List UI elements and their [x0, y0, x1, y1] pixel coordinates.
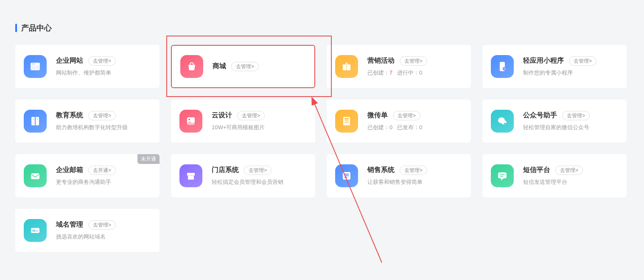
card-sms[interactable]: 短信平台 去管理> 短信发送管理平台 [482, 154, 627, 197]
card-edu[interactable]: 教育系统 去管理> 助力教培机构数字化转型升级 [15, 100, 160, 143]
svg-rect-27 [498, 172, 507, 178]
mail-icon [24, 164, 47, 187]
stat-running: 0 [419, 69, 422, 76]
svg-rect-6 [346, 63, 347, 64]
manage-button[interactable]: 去管理> [562, 111, 590, 121]
svg-rect-21 [31, 173, 39, 179]
manage-button[interactable]: 去管理> [231, 62, 259, 72]
website-icon [24, 55, 47, 78]
marketing-icon [335, 55, 358, 78]
store-icon [179, 164, 202, 187]
manage-button[interactable]: 去管理> [393, 111, 420, 121]
manage-button[interactable]: 去管理> [88, 56, 116, 66]
manage-button[interactable]: 去管理> [88, 220, 116, 230]
card-title: 微传单 [367, 111, 388, 120]
card-title: 商城 [213, 62, 226, 71]
card-desc: 轻松管理自家的微信公众号 [523, 124, 617, 131]
card-desc: 挑选喜欢的网站域名 [56, 233, 150, 241]
card-desc: 助力教培机构数字化转型升级 [56, 124, 150, 131]
card-desc: 更专业的商务沟通助手 [56, 178, 150, 186]
product-grid: 企业网站 去管理> 网站制作、维护都简单 商城 去管理> 营销活动 去管理> [0, 33, 644, 264]
manage-button[interactable]: 去管理> [400, 166, 427, 175]
mall-icon [180, 55, 203, 78]
card-title: 公众号助手 [523, 111, 557, 120]
manage-button[interactable]: 去管理> [237, 111, 265, 121]
wxhelper-icon [491, 110, 514, 133]
card-stats: 已创建：7 进行中：0 [367, 69, 462, 77]
manage-button[interactable]: 去管理> [555, 166, 583, 175]
page-title-text: 产品中心 [21, 23, 52, 33]
card-store[interactable]: 门店系统 去管理> 轻松搞定会员管理和会员营销 [171, 154, 315, 197]
manage-button[interactable]: 去管理> [400, 56, 427, 66]
card-desc: 制作您的专属小程序 [523, 69, 617, 77]
card-desc: 让获客和销售变得简单 [367, 178, 462, 186]
edu-icon [24, 110, 47, 133]
card-marketing[interactable]: 营销活动 去管理> 已创建：7 进行中：0 [327, 45, 471, 88]
card-desc: 网站制作、维护都简单 [56, 69, 150, 77]
stat-created: 7 [389, 69, 392, 76]
svg-point-9 [503, 67, 506, 70]
card-flyer[interactable]: 微传单 去管理> 已创建：0 已发布：0 [327, 100, 471, 143]
card-title: 域名管理 [56, 220, 83, 229]
stat-published: 0 [419, 124, 422, 130]
card-mall[interactable]: 商城 去管理> [171, 45, 315, 88]
title-accent-bar [15, 24, 17, 32]
flyer-icon [335, 110, 358, 133]
manage-button[interactable]: 去管理> [88, 111, 116, 121]
card-title: 云设计 [212, 111, 232, 120]
card-title: 销售系统 [367, 166, 395, 175]
manage-button[interactable]: 去管理> [569, 56, 596, 66]
card-title: 企业网站 [56, 56, 83, 65]
card-website[interactable]: 企业网站 去管理> 网站制作、维护都简单 [15, 45, 160, 88]
card-title: 短信平台 [523, 166, 550, 175]
miniapp-icon [491, 55, 514, 78]
sales-icon [335, 164, 358, 187]
manage-button[interactable]: 去管理> [244, 166, 272, 175]
design-icon [179, 110, 202, 133]
card-stats: 已创建：0 已发布：0 [367, 124, 462, 131]
open-button[interactable]: 去开通> [88, 166, 116, 175]
card-wxhelper[interactable]: 公众号助手 去管理> 轻松管理自家的微信公众号 [482, 100, 627, 143]
card-title: 轻应用小程序 [523, 56, 564, 65]
card-title: 门店系统 [212, 166, 239, 175]
svg-point-13 [188, 119, 190, 120]
not-open-badge: 未开通 [137, 154, 160, 164]
card-sales[interactable]: 销售系统 去管理> 让获客和销售变得简单 [327, 154, 471, 197]
svg-rect-22 [188, 176, 194, 180]
card-desc: 轻松搞定会员管理和会员营销 [212, 178, 306, 186]
card-title: 教育系统 [56, 111, 83, 120]
card-title: 企业邮箱 [56, 166, 83, 175]
svg-point-3 [34, 64, 34, 64]
card-desc: 短信发送管理平台 [523, 178, 617, 186]
card-miniapp[interactable]: 轻应用小程序 去管理> 制作您的专属小程序 [482, 45, 627, 88]
svg-point-2 [32, 64, 33, 64]
card-title: 营销活动 [367, 56, 395, 65]
card-design[interactable]: 云设计 去管理> 10W+可商用模板图片 [171, 100, 315, 143]
card-desc: 10W+可商用模板图片 [212, 124, 306, 131]
domain-icon: W.= [24, 219, 47, 242]
svg-rect-15 [344, 118, 349, 119]
card-mail[interactable]: 未开通 企业邮箱 去开通> 更专业的商务沟通助手 [15, 154, 160, 197]
stat-created: 0 [389, 124, 392, 130]
page-title: 产品中心 [0, 0, 644, 33]
card-domain[interactable]: W.= 域名管理 去管理> 挑选喜欢的网站域名 [15, 209, 160, 252]
sms-icon [491, 164, 514, 187]
svg-text:W.=: W.= [32, 229, 38, 233]
